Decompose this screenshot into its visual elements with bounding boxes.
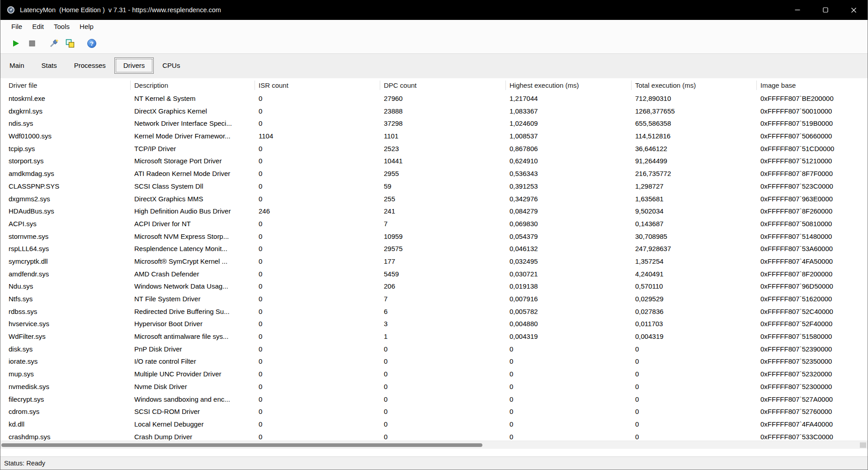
table-row[interactable]: CLASSPNP.SYSSCSI Class System Dll0590,39… (0, 180, 868, 193)
table-cell: 0 (380, 418, 506, 431)
table-row[interactable]: rspLLL64.sysResplendence Latency Monit..… (0, 242, 868, 255)
tab-drivers[interactable]: Drivers (114, 57, 154, 74)
table-cell: DirectX Graphics Kernel (131, 105, 255, 118)
table-row[interactable]: dxgmms2.sysDirectX Graphics MMS02550,342… (0, 193, 868, 205)
table-row[interactable]: Ndu.sysWindows Network Data Usag...02060… (0, 280, 868, 293)
table-cell: PnP Disk Driver (131, 343, 255, 356)
copy-report-button[interactable] (62, 36, 78, 51)
table-row[interactable]: amdkmdag.sysATI Radeon Kernel Mode Drive… (0, 167, 868, 180)
table-cell: iorate.sys (0, 355, 131, 368)
stop-icon (28, 39, 37, 48)
column-header[interactable]: Highest execution (ms) (506, 78, 632, 92)
table-cell: 0,143687 (632, 218, 757, 230)
table-cell: 0xFFFFF807`51620000 (757, 293, 868, 305)
column-header[interactable]: Driver file (0, 78, 131, 92)
hscrollbar-thumb[interactable] (1, 443, 482, 447)
tab-stats[interactable]: Stats (33, 57, 66, 74)
table-row[interactable]: ndis.sysNetwork Driver Interface Speci..… (0, 117, 868, 130)
options-button[interactable] (46, 36, 62, 51)
table-cell: 0 (255, 167, 380, 180)
table-cell: NT Kernel & System (131, 92, 255, 105)
table-cell: 0xFFFFF807`8F200000 (757, 268, 868, 280)
start-button[interactable] (8, 36, 24, 51)
table-row[interactable]: filecrypt.sysWindows sandboxing and enc.… (0, 393, 868, 406)
table-cell: 0 (255, 142, 380, 155)
app-window: LatencyMon (Home Edition ) v 7.31 - http… (0, 0, 868, 470)
table-cell: 0,084279 (506, 205, 632, 218)
table-row[interactable]: ACPI.sysACPI Driver for NT070,0698300,14… (0, 218, 868, 230)
table-cell: 1,357254 (632, 255, 757, 268)
table-row[interactable]: ntoskrnl.exeNT Kernel & System0279601,21… (0, 92, 868, 105)
table-row[interactable]: iorate.sysI/O rate control Filter00000xF… (0, 355, 868, 368)
table-row[interactable]: hvservice.sysHypervisor Boot Driver030,0… (0, 318, 868, 330)
table-row[interactable]: Wdf01000.sysKernel Mode Driver Framewor.… (0, 130, 868, 142)
table-cell: 0,536343 (506, 167, 632, 180)
table-cell: 0 (632, 405, 757, 418)
table-cell: 0xFFFFF807`52390000 (757, 343, 868, 356)
tab-main[interactable]: Main (1, 57, 33, 74)
column-header[interactable]: Image base (757, 78, 868, 92)
table-cell: 10441 (380, 155, 506, 167)
table-row[interactable]: cdrom.sysSCSI CD-ROM Driver00000xFFFFF80… (0, 405, 868, 418)
table-row[interactable]: dxgkrnl.sysDirectX Graphics Kernel023888… (0, 105, 868, 118)
table-row[interactable]: WdFilter.sysMicrosoft antimalware file s… (0, 330, 868, 343)
table-cell: 0,342976 (506, 193, 632, 205)
table-row[interactable]: amdfendr.sysAMD Crash Defender054590,030… (0, 268, 868, 280)
table-cell: 0,391253 (506, 180, 632, 193)
stop-button[interactable] (24, 36, 40, 51)
menu-item-file[interactable]: File (6, 20, 27, 33)
titlebar[interactable]: LatencyMon (Home Edition ) v 7.31 - http… (0, 0, 868, 20)
table-row[interactable]: stornvme.sysMicrosoft NVM Express Storp.… (0, 230, 868, 243)
column-header[interactable]: Total execution (ms) (632, 78, 757, 92)
table-cell: Wdf01000.sys (0, 130, 131, 142)
maximize-button[interactable] (811, 0, 840, 20)
tab-strip: MainStatsProcessesDriversCPUs (0, 54, 868, 78)
table-row[interactable]: mup.sysMultiple UNC Provider Driver00000… (0, 368, 868, 380)
table-cell: 0,570110 (632, 280, 757, 293)
table-cell: 23888 (380, 105, 506, 118)
table-row[interactable]: Ntfs.sysNT File System Driver070,0079160… (0, 293, 868, 305)
help-icon: ? (87, 38, 97, 48)
table-cell: symcryptk.dll (0, 255, 131, 268)
column-header[interactable]: Description (131, 78, 255, 92)
table-row[interactable]: symcryptk.dllMicrosoft® SymCrypt Kernel … (0, 255, 868, 268)
table-cell: 2523 (380, 142, 506, 155)
table-row[interactable]: HDAudBus.sysHigh Definition Audio Bus Dr… (0, 205, 868, 218)
table-cell: kd.dll (0, 418, 131, 431)
table-cell: 10959 (380, 230, 506, 243)
table-cell: 91,264499 (632, 155, 757, 167)
table-cell: 0 (255, 293, 380, 305)
tab-cpus[interactable]: CPUs (154, 57, 189, 74)
table-cell: 0,027836 (632, 305, 757, 318)
column-header[interactable]: DPC count (380, 78, 506, 92)
table-cell: 0 (506, 343, 632, 356)
table-row[interactable]: storport.sysMicrosoft Storage Port Drive… (0, 155, 868, 167)
table-cell: 1,635681 (632, 193, 757, 205)
drivers-list: Driver fileDescriptionISR countDPC count… (0, 78, 868, 449)
table-cell: 0 (255, 418, 380, 431)
table-row[interactable]: nvmedisk.sysNvme Disk Driver00000xFFFFF8… (0, 380, 868, 393)
table-cell: 0xFFFFF807`51CD0000 (757, 142, 868, 155)
table-row[interactable]: disk.sysPnP Disk Driver00000xFFFFF807`52… (0, 343, 868, 356)
copy-icon (65, 38, 75, 48)
column-header[interactable]: ISR count (255, 78, 380, 92)
menu-item-edit[interactable]: Edit (27, 20, 49, 33)
table-cell: 4,240491 (632, 268, 757, 280)
tab-processes[interactable]: Processes (66, 57, 114, 74)
table-cell: ATI Radeon Kernel Mode Driver (131, 167, 255, 180)
table-row[interactable]: tcpip.sysTCP/IP Driver025230,86780636,64… (0, 142, 868, 155)
help-button[interactable]: ? (84, 36, 100, 51)
table-cell: 36,646122 (632, 142, 757, 155)
menu-bar: FileEditToolsHelp (0, 20, 868, 33)
menu-item-tools[interactable]: Tools (49, 20, 75, 33)
minimize-button[interactable] (783, 0, 811, 20)
table-row[interactable]: kd.dllLocal Kernel Debugger00000xFFFFF80… (0, 418, 868, 431)
table-cell: 246 (255, 205, 380, 218)
close-button[interactable] (840, 0, 868, 20)
table-cell: 0,004319 (506, 330, 632, 343)
table-cell: I/O rate control Filter (131, 355, 255, 368)
horizontal-scrollbar[interactable] (0, 441, 868, 449)
table-cell: Redirected Drive Buffering Su... (131, 305, 255, 318)
table-row[interactable]: rdbss.sysRedirected Drive Buffering Su..… (0, 305, 868, 318)
menu-item-help[interactable]: Help (75, 20, 99, 33)
